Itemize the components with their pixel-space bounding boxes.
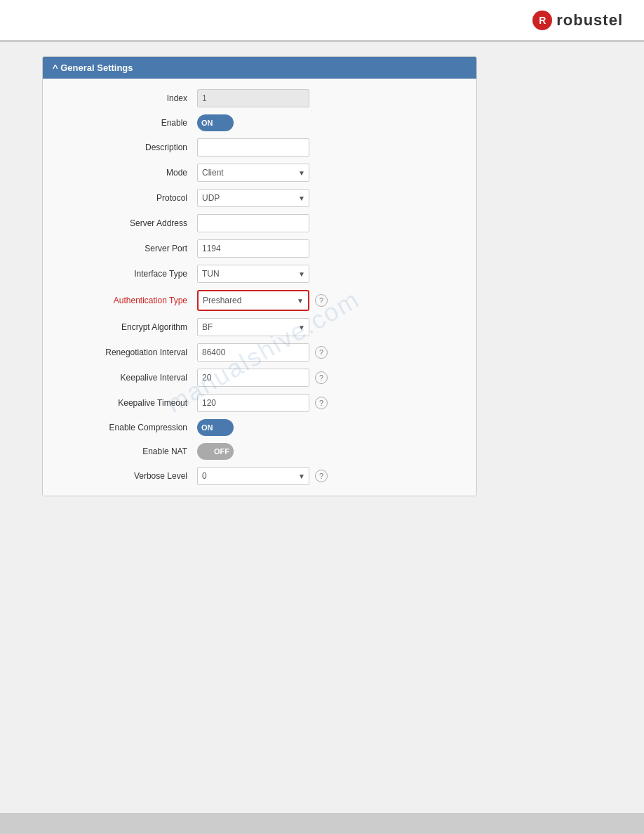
panel-header-title: ^ General Settings <box>53 62 133 73</box>
keepalive-timeout-help-icon[interactable]: ? <box>315 397 328 409</box>
enable-nat-toggle-label: OFF <box>214 447 229 456</box>
keepalive-timeout-row: Keepalive Timeout ? <box>43 390 476 416</box>
keepalive-interval-row: Keepalive Interval ? <box>43 365 476 390</box>
server-address-label: Server Address <box>57 218 197 228</box>
mode-row: Mode Client Server ▼ <box>43 160 476 185</box>
panel-header: ^ General Settings <box>43 57 476 79</box>
enable-toggle-label: ON <box>201 119 213 127</box>
auth-type-select[interactable]: Preshared Certificate <box>199 291 308 310</box>
auth-type-select-container[interactable]: Preshared Certificate ▼ <box>197 290 309 311</box>
keepalive-timeout-input[interactable] <box>197 394 309 412</box>
content-area: ^ General Settings Index Enable <box>0 42 644 813</box>
enable-compression-label: Enable Compression <box>57 423 197 432</box>
index-input <box>197 89 309 107</box>
auth-type-select-wrapper: Preshared Certificate ▼ <box>197 290 309 311</box>
enable-nat-toggle[interactable]: OFF <box>197 443 234 460</box>
interface-type-select-container[interactable]: TUN TAP ▼ <box>197 265 309 283</box>
server-address-row: Server Address <box>43 211 476 236</box>
index-field-wrapper <box>197 89 309 107</box>
protocol-label: Protocol <box>57 193 197 203</box>
verbose-level-label: Verbose Level <box>57 471 197 481</box>
server-port-field-wrapper <box>197 239 309 258</box>
interface-type-label: Interface Type <box>57 269 197 279</box>
encrypt-algo-select-container[interactable]: BF AES-128 AES-256 DES 3DES ▼ <box>197 318 309 336</box>
description-label: Description <box>57 143 197 152</box>
enable-toggle-wrapper[interactable]: ON <box>197 114 309 131</box>
keepalive-timeout-label: Keepalive Timeout <box>57 398 197 408</box>
general-settings-panel: ^ General Settings Index Enable <box>42 56 477 496</box>
server-address-field-wrapper <box>197 214 309 232</box>
renegotiation-label: Renegotiation Interval <box>57 348 197 357</box>
top-bar: R robustel <box>0 0 644 42</box>
auth-type-help-icon[interactable]: ? <box>315 294 328 307</box>
keepalive-interval-help-icon[interactable]: ? <box>315 371 328 384</box>
auth-type-label: Authentication Type <box>57 296 197 305</box>
mode-select[interactable]: Client Server <box>197 164 309 182</box>
bottom-bar <box>0 813 644 834</box>
encrypt-algo-label: Encrypt Algorithm <box>57 322 197 332</box>
logo-area: R robustel <box>532 11 623 30</box>
auth-type-row: Authentication Type Preshared Certificat… <box>43 286 476 315</box>
description-row: Description <box>43 135 476 160</box>
server-port-input[interactable] <box>197 239 309 258</box>
enable-nat-label: Enable NAT <box>57 446 197 456</box>
enable-compression-toggle[interactable]: ON <box>197 419 234 436</box>
renegotiation-row: Renegotiation Interval ? <box>43 340 476 365</box>
index-label: Index <box>57 93 197 103</box>
verbose-level-select[interactable]: 0 1 2 3 <box>197 467 309 485</box>
verbose-level-select-container[interactable]: 0 1 2 3 ▼ <box>197 467 309 485</box>
enable-toggle[interactable]: ON <box>197 114 234 131</box>
server-address-input[interactable] <box>197 214 309 232</box>
keepalive-interval-field-wrapper <box>197 369 309 387</box>
renegotiation-field-wrapper <box>197 343 309 362</box>
server-port-row: Server Port <box>43 236 476 261</box>
interface-type-select-wrapper: TUN TAP ▼ <box>197 265 309 283</box>
renegotiation-help-icon[interactable]: ? <box>315 346 328 359</box>
encrypt-algo-select[interactable]: BF AES-128 AES-256 DES 3DES <box>197 318 309 336</box>
verbose-level-help-icon[interactable]: ? <box>315 470 328 482</box>
index-row: Index <box>43 86 476 111</box>
server-port-label: Server Port <box>57 244 197 253</box>
keepalive-interval-label: Keepalive Interval <box>57 373 197 383</box>
robustel-logo-icon: R <box>532 11 552 30</box>
protocol-select-wrapper: UDP TCP ▼ <box>197 189 309 207</box>
enable-compression-toggle-label: ON <box>201 423 213 432</box>
enable-compression-toggle-wrapper[interactable]: ON <box>197 419 309 436</box>
protocol-select-container[interactable]: UDP TCP ▼ <box>197 189 309 207</box>
logo-text: robustel <box>556 11 623 29</box>
enable-nat-toggle-wrapper[interactable]: OFF <box>197 443 309 460</box>
mode-select-container[interactable]: Client Server ▼ <box>197 164 309 182</box>
protocol-select[interactable]: UDP TCP <box>197 189 309 207</box>
encrypt-algo-row: Encrypt Algorithm BF AES-128 AES-256 DES… <box>43 315 476 340</box>
enable-row: Enable ON <box>43 111 476 135</box>
renegotiation-input[interactable] <box>197 343 309 362</box>
enable-nat-row: Enable NAT OFF <box>43 439 476 463</box>
protocol-row: Protocol UDP TCP ▼ <box>43 185 476 211</box>
mode-label: Mode <box>57 168 197 178</box>
interface-type-row: Interface Type TUN TAP ▼ <box>43 261 476 286</box>
description-input[interactable] <box>197 138 309 157</box>
keepalive-timeout-field-wrapper <box>197 394 309 412</box>
interface-type-select[interactable]: TUN TAP <box>197 265 309 283</box>
mode-select-wrapper: Client Server ▼ <box>197 164 309 182</box>
verbose-level-row: Verbose Level 0 1 2 3 ▼ <box>43 463 476 489</box>
enable-label: Enable <box>57 118 197 128</box>
description-field-wrapper <box>197 138 309 157</box>
keepalive-interval-input[interactable] <box>197 369 309 387</box>
panel-body: Index Enable ON <box>43 79 476 496</box>
encrypt-algo-select-wrapper: BF AES-128 AES-256 DES 3DES ▼ <box>197 318 309 336</box>
verbose-level-select-wrapper: 0 1 2 3 ▼ <box>197 467 309 485</box>
enable-compression-row: Enable Compression ON <box>43 416 476 439</box>
